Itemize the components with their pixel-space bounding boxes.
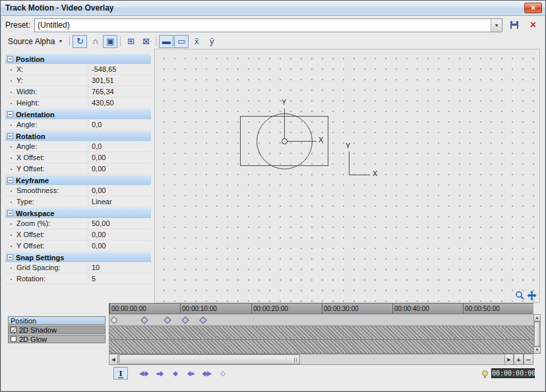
delete-preset-button[interactable]: ×	[526, 18, 541, 32]
preset-combobox[interactable]: (Untitled) ▼	[34, 18, 502, 32]
sync-cursor-button[interactable]: I	[113, 367, 128, 379]
keyframe-last-button[interactable]: ◆▶	[200, 368, 214, 379]
ruler-tick	[463, 304, 464, 314]
track-header-2d-shadow[interactable]: ✓ 2D Shadow	[8, 325, 106, 334]
prevent-movement-x-icon[interactable]: x̄	[189, 35, 204, 48]
collapse-icon[interactable]	[7, 177, 13, 183]
cursor-timecode-display[interactable]: 00:00:00:00	[491, 368, 535, 378]
ruler-time-label: 00:00:10:00	[182, 305, 217, 312]
pan-tool-icon[interactable]	[527, 291, 537, 300]
section-title: Snap Settings	[16, 254, 64, 262]
vertical-scroll-thumb[interactable]	[534, 322, 540, 347]
center-point-handle[interactable]	[282, 138, 288, 144]
property-value[interactable]: 50,00	[88, 218, 151, 229]
keyframe-first-button[interactable]: ◀◆	[136, 368, 150, 379]
scroll-left-icon[interactable]: ◀	[109, 354, 118, 365]
property-row: Smoothness: 0,00	[5, 185, 151, 196]
ruler-tick	[392, 304, 393, 314]
glow-track-disabled-area	[109, 340, 533, 354]
keyframe-insert-button[interactable]: ◆	[168, 368, 182, 379]
property-row: Zoom (%): 50,00	[5, 218, 151, 229]
keyframe-marker[interactable]	[199, 316, 206, 323]
vertical-scroll-track[interactable]	[533, 322, 541, 347]
ruler-time-label: 00:00:00:00	[111, 305, 146, 312]
collapse-icon[interactable]	[7, 254, 13, 260]
prevent-scaling-icon[interactable]: ⊠	[138, 35, 153, 48]
keyframe-previous-button[interactable]: ◂◆	[152, 368, 166, 379]
scroll-up-icon[interactable]: ▲	[533, 314, 541, 322]
section-header-rotation[interactable]: Rotation	[5, 130, 151, 141]
collapse-icon[interactable]	[7, 56, 13, 62]
edit-in-object-space-icon[interactable]: ▬	[159, 35, 173, 48]
layout-selector[interactable]: Source Alpha ▼	[5, 35, 67, 48]
property-value[interactable]: 0,00	[88, 229, 151, 240]
object-y-axis-label: Y	[282, 98, 286, 106]
property-value[interactable]: 765,34	[88, 86, 151, 97]
keyframe-marker[interactable]	[110, 316, 117, 323]
keyframe-marker[interactable]	[181, 316, 189, 323]
lock-aspect-ratio-icon[interactable]: ▣	[103, 35, 117, 48]
time-ruler[interactable]: 00:00:00:00 00:00:10:00 00:00:20:00 00:0…	[109, 303, 533, 314]
track-header-position[interactable]: Position	[8, 316, 106, 325]
track-header-2d-glow[interactable]: 2D Glow	[8, 335, 106, 343]
property-label: Angle:	[5, 119, 88, 130]
horizontal-scroll-thumb[interactable]	[119, 354, 300, 364]
save-preset-button[interactable]	[506, 18, 522, 32]
property-value[interactable]: 0,00	[88, 152, 151, 163]
position-keyframe-track[interactable]	[109, 314, 533, 326]
section-header-workspace[interactable]: Workspace	[5, 208, 151, 218]
zoom-tool-icon[interactable]	[515, 291, 524, 300]
close-button[interactable]: ×	[524, 3, 542, 13]
track-motion-dialog: Track Motion - Video Overlay × Preset: (…	[0, 0, 546, 392]
property-value[interactable]: 10	[88, 262, 151, 273]
scale-about-center-icon[interactable]: ⊞	[123, 35, 138, 48]
keyframe-marker[interactable]	[164, 316, 171, 323]
section-header-orientation[interactable]: Orientation	[5, 109, 151, 119]
prevent-movement-y-icon[interactable]: ȳ	[204, 35, 219, 48]
scroll-right-icon[interactable]: ▶	[504, 354, 514, 365]
property-value[interactable]: 0,00	[88, 185, 151, 196]
layout-selector-label: Source Alpha	[8, 37, 55, 46]
horizontal-scroll-track[interactable]	[118, 354, 504, 365]
titlebar[interactable]: Track Motion - Video Overlay ×	[1, 1, 545, 16]
property-value[interactable]: Linear	[88, 196, 151, 207]
property-value[interactable]: 0,0	[88, 141, 151, 152]
shadow-track-disabled-area	[109, 326, 533, 340]
chevron-down-icon[interactable]: ▼	[491, 19, 502, 32]
collapse-icon[interactable]	[7, 133, 13, 139]
section-header-position[interactable]: Position	[5, 53, 151, 64]
timeline-vertical-scrollbar[interactable]: ▲ ▼	[533, 303, 541, 354]
reference-x-axis-line	[349, 175, 370, 175]
property-row: Angle: 0,0	[5, 141, 151, 152]
zoom-in-time-button[interactable]: +	[514, 354, 524, 365]
property-value[interactable]: 301,51	[88, 75, 151, 86]
collapse-icon[interactable]	[7, 111, 13, 117]
property-label: Height:	[5, 98, 88, 108]
timeline-horizontal-scrollbar[interactable]: ◀ ▶ + −	[5, 354, 541, 365]
property-label: X:	[5, 64, 88, 74]
shadow-checkbox[interactable]: ✓	[11, 327, 16, 333]
property-value[interactable]: -548,65	[88, 64, 151, 74]
keyframe-marker[interactable]	[140, 316, 148, 323]
section-header-snap-settings[interactable]: Snap Settings	[5, 252, 151, 262]
glow-checkbox[interactable]	[11, 336, 16, 342]
section-title: Rotation	[16, 132, 46, 140]
property-value[interactable]: 0,0	[88, 119, 151, 130]
property-value[interactable]: 5	[88, 273, 151, 284]
scroll-down-icon[interactable]: ▼	[533, 347, 541, 354]
property-row: Grid Spacing: 10	[5, 262, 151, 273]
property-value[interactable]: 430,50	[88, 98, 151, 108]
preset-value[interactable]: (Untitled)	[35, 20, 491, 30]
motion-workspace-canvas[interactable]: Y X Y X	[154, 49, 540, 303]
prevent-rotation-icon[interactable]: ▭	[174, 35, 189, 48]
collapse-icon[interactable]	[7, 210, 13, 216]
enable-rotation-icon[interactable]: ↻	[73, 35, 87, 48]
property-value[interactable]: 0,00	[88, 240, 151, 251]
enable-snapping-icon[interactable]: ∩	[88, 35, 102, 48]
keyframe-next-button[interactable]: ◆▸	[184, 368, 198, 379]
section-header-keyframe[interactable]: Keyframe	[5, 175, 151, 185]
keyframe-delete-button[interactable]: ◇	[216, 368, 229, 379]
property-row: Y: 301,51	[5, 75, 151, 86]
zoom-out-time-button[interactable]: −	[524, 354, 533, 365]
property-value[interactable]: 0,00	[88, 163, 151, 174]
